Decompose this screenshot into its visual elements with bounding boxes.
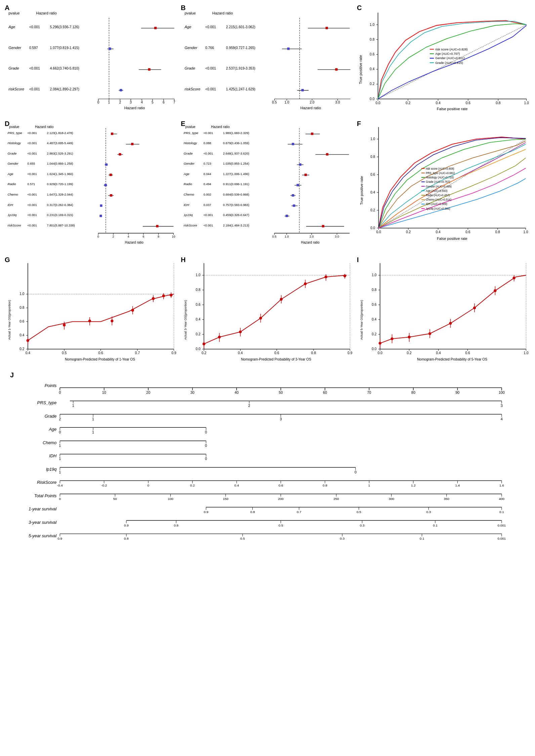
svg-rect-228 <box>299 163 301 166</box>
svg-rect-165 <box>105 163 108 166</box>
svg-text:Grade (AUC=0.767): Grade (AUC=0.767) <box>426 180 450 183</box>
panel-c-label: C <box>357 4 362 12</box>
svg-text:0.6: 0.6 <box>279 484 283 487</box>
svg-text:2: 2 <box>113 235 114 238</box>
svg-text:0.684(0.539-0.868): 0.684(0.539-0.868) <box>223 193 249 196</box>
svg-text:<0.001: <0.001 <box>28 172 37 176</box>
svg-text:8: 8 <box>158 235 159 238</box>
svg-rect-284 <box>421 199 425 200</box>
svg-text:0.679(0.436-1.059): 0.679(0.436-1.059) <box>223 141 249 145</box>
svg-text:pvalue: pvalue <box>8 11 19 15</box>
svg-text:3: 3 <box>130 100 132 104</box>
svg-text:2.537(1.919-3.353): 2.537(1.919-3.353) <box>226 67 255 70</box>
panel-h: H 0.0 0.2 0.4 0.6 0.8 1.0 0.2 0.4 0.6 0.… <box>179 255 356 366</box>
svg-text:1: 1 <box>92 430 94 434</box>
svg-text:0.3: 0.3 <box>340 537 345 540</box>
svg-text:0.8: 0.8 <box>124 537 129 540</box>
svg-text:3: 3 <box>280 417 282 421</box>
svg-text:1.0: 1.0 <box>372 273 377 277</box>
svg-text:0.1: 0.1 <box>499 510 504 514</box>
svg-text:1.647(1.328-2.044): 1.647(1.328-2.044) <box>47 193 73 196</box>
svg-text:80: 80 <box>411 390 415 394</box>
svg-text:Actual 1-Year OS(proportion): Actual 1-Year OS(proportion) <box>8 300 11 340</box>
svg-text:1.227(1.006-1.496): 1.227(1.006-1.496) <box>223 172 249 176</box>
svg-text:Histology: Histology <box>7 141 21 145</box>
svg-text:Age (AUC=0.593): Age (AUC=0.593) <box>426 190 448 193</box>
svg-text:0: 0 <box>205 457 207 461</box>
panel-b: B pvalue Hazard ratio Age <0.001 2.215(1… <box>179 3 356 118</box>
svg-rect-226 <box>326 153 328 156</box>
svg-text:0.723: 0.723 <box>203 162 211 165</box>
svg-text:Nomogram-Predicted Probability: Nomogram-Predicted Probability of 1-Year… <box>65 358 135 361</box>
svg-rect-177 <box>156 225 158 227</box>
svg-text:3: 3 <box>501 404 503 408</box>
svg-text:1: 1 <box>108 100 110 104</box>
svg-text:0.2: 0.2 <box>406 101 411 105</box>
svg-text:IDH: IDH <box>183 203 189 207</box>
svg-text:-0.2: -0.2 <box>101 484 107 487</box>
svg-text:4: 4 <box>127 235 129 238</box>
svg-text:0.2: 0.2 <box>202 351 207 355</box>
svg-text:RiskScore: RiskScore <box>37 480 56 485</box>
svg-rect-69 <box>287 47 289 50</box>
svg-rect-71 <box>335 68 337 71</box>
svg-text:Hazard ratio: Hazard ratio <box>125 241 144 244</box>
svg-text:0.044: 0.044 <box>203 172 211 176</box>
svg-text:0.4: 0.4 <box>436 351 441 355</box>
svg-text:1.624(1.345-1.960): 1.624(1.345-1.960) <box>47 172 73 176</box>
svg-rect-38 <box>148 68 151 71</box>
svg-text:Grade: Grade <box>7 152 16 155</box>
svg-text:Hazard ratio: Hazard ratio <box>212 11 233 15</box>
svg-text:3.0: 3.0 <box>335 100 340 104</box>
svg-rect-274 <box>421 177 425 178</box>
cal-svg-g: 0.2 0.4 0.6 0.8 1.0 0.4 0.5 0.6 0.7 0.9 <box>5 258 178 365</box>
svg-text:250: 250 <box>333 497 339 501</box>
svg-text:1.0: 1.0 <box>524 351 529 355</box>
svg-text:0.6: 0.6 <box>372 303 377 306</box>
svg-rect-238 <box>286 215 288 217</box>
svg-text:0.959(0.727-1.265): 0.959(0.727-1.265) <box>226 46 255 50</box>
svg-text:True positive rate: True positive rate <box>359 176 363 205</box>
svg-rect-270 <box>421 168 425 169</box>
svg-text:4.662(3.740-5.810): 4.662(3.740-5.810) <box>50 67 79 70</box>
svg-text:1.044(0.866-1.258): 1.044(0.866-1.258) <box>47 162 73 165</box>
svg-rect-67 <box>326 27 328 29</box>
panel-e: E pvalue Hazard ratio PRS_type <0.001 1.… <box>179 119 356 254</box>
svg-text:50: 50 <box>113 497 117 501</box>
svg-rect-171 <box>110 194 112 197</box>
svg-text:4: 4 <box>141 100 143 104</box>
svg-text:0.597: 0.597 <box>29 46 38 50</box>
svg-text:0.8: 0.8 <box>311 351 316 355</box>
svg-rect-222 <box>311 133 313 135</box>
svg-text:0.088: 0.088 <box>203 141 211 145</box>
svg-text:0.9: 0.9 <box>57 537 62 540</box>
svg-rect-236 <box>293 204 295 207</box>
svg-rect-159 <box>111 133 113 135</box>
svg-line-267 <box>378 139 526 228</box>
svg-text:1.077(0.819-1.415): 1.077(0.819-1.415) <box>50 46 79 50</box>
svg-text:False positive rate: False positive rate <box>437 107 468 111</box>
svg-text:<0.001: <0.001 <box>28 203 37 207</box>
svg-text:0.0: 0.0 <box>372 347 377 351</box>
svg-text:<0.001: <0.001 <box>28 131 37 135</box>
svg-text:70: 70 <box>367 390 371 394</box>
svg-text:1.2: 1.2 <box>411 484 416 487</box>
svg-text:False positive rate: False positive rate <box>437 237 467 241</box>
svg-text:riskScore: riskScore <box>8 87 24 91</box>
forest-svg-d: pvalue Hazard ratio PRS_type <0.001 2.12… <box>5 122 178 252</box>
svg-text:True positive rate: True positive rate <box>359 55 363 84</box>
svg-text:Points: Points <box>45 383 57 388</box>
svg-text:0.3: 0.3 <box>360 523 365 527</box>
svg-text:0.0: 0.0 <box>378 351 383 355</box>
svg-text:0.4: 0.4 <box>19 333 25 337</box>
svg-rect-286 <box>421 204 425 204</box>
svg-text:0.4: 0.4 <box>436 230 440 234</box>
forest-svg-e: pvalue Hazard ratio PRS_type <0.001 1.98… <box>181 122 354 252</box>
svg-text:Age: Age <box>184 25 191 29</box>
svg-text:Age: Age <box>183 172 190 176</box>
svg-text:1.0: 1.0 <box>285 235 289 238</box>
svg-text:lp19q: lp19q <box>46 467 57 472</box>
svg-text:150: 150 <box>223 497 229 501</box>
svg-text:0.911(0.696-1.191): 0.911(0.696-1.191) <box>223 182 249 186</box>
svg-text:Radio (AUC=0.457): Radio (AUC=0.457) <box>426 194 450 197</box>
